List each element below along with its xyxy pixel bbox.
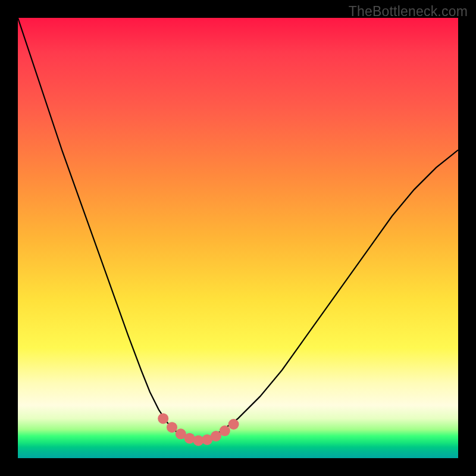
optimal-range-markers xyxy=(158,413,239,446)
optimal-marker xyxy=(228,419,239,430)
optimal-marker xyxy=(167,422,177,433)
chart-frame: TheBottleneck.com xyxy=(0,0,476,476)
watermark-text: TheBottleneck.com xyxy=(349,4,468,20)
chart-svg xyxy=(18,18,458,458)
optimal-marker xyxy=(220,425,230,436)
curve-path xyxy=(18,18,458,440)
bottleneck-curve xyxy=(18,18,458,440)
plot-area xyxy=(18,18,458,458)
optimal-marker xyxy=(158,413,168,424)
